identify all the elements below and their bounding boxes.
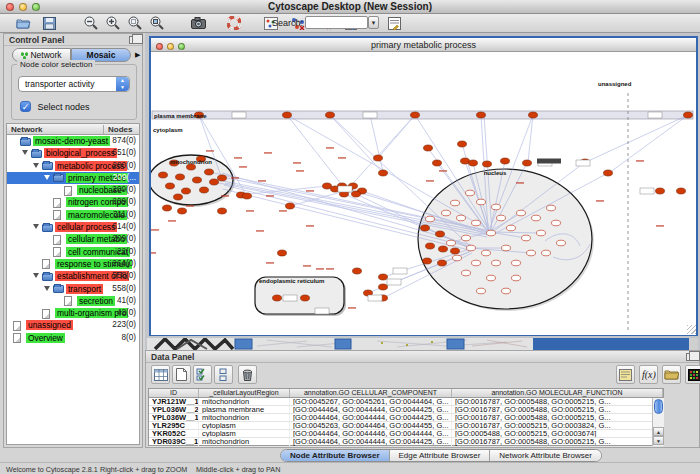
select-attributes-button[interactable]	[193, 365, 212, 384]
gene-node-unselected[interactable]	[453, 255, 462, 261]
gene-node[interactable]	[483, 161, 492, 167]
scrollbar-thumb[interactable]	[654, 399, 663, 414]
attribute-table-header[interactable]: ID_cellularLayoutRegionannotation.GO CEL…	[149, 389, 663, 398]
gene-node[interactable]	[379, 170, 388, 176]
expander-icon[interactable]	[33, 224, 39, 229]
configure-search-button[interactable]	[385, 15, 403, 31]
gene-node-unselected[interactable]	[457, 215, 466, 221]
gene-node-unselected[interactable]	[472, 220, 481, 226]
gene-node[interactable]	[656, 188, 665, 194]
gene-node[interactable]	[438, 260, 447, 266]
tree-row-cell-communicat[interactable]: cell communicat22(0)	[7, 246, 139, 258]
gene-node[interactable]	[243, 193, 252, 199]
gene-node[interactable]	[159, 172, 168, 178]
new-attribute-button[interactable]	[172, 365, 191, 384]
function-builder-button[interactable]: f(x)	[639, 365, 658, 384]
gene-node-unselected[interactable]	[487, 275, 496, 281]
table-row[interactable]: YKR052Ccytoplasm[GO:0044464, GO:0044446,…	[149, 430, 663, 438]
tree-row-cellular-metabo[interactable]: cellular metabo209(0)	[7, 233, 139, 245]
gene-node[interactable]	[477, 112, 486, 118]
search-dropdown-arrow[interactable]: ▼	[368, 16, 379, 29]
gene-node[interactable]	[423, 258, 432, 264]
gene-node-unselected[interactable]	[512, 275, 521, 281]
gene-node[interactable]	[176, 174, 185, 180]
gene-node[interactable]	[163, 205, 172, 211]
gene-node[interactable]	[283, 112, 292, 118]
gene-node[interactable]	[353, 268, 362, 274]
column-header-0[interactable]: ID	[149, 389, 199, 397]
zoom-selected-button[interactable]	[126, 15, 144, 31]
tree-row-multi-organism-pro[interactable]: multi-organism pro42(0)	[7, 307, 139, 319]
gene-node-unselected[interactable]	[482, 250, 491, 256]
gene-node-unselected[interactable]	[547, 205, 556, 211]
table-row[interactable]: YJR121W__1mitochondrion[GO:0045267, GO:0…	[149, 398, 663, 406]
gene-node-unselected[interactable]	[487, 230, 496, 236]
gene-node[interactable]	[166, 183, 175, 189]
zoom-out-button[interactable]	[82, 15, 100, 31]
gene-node[interactable]	[352, 191, 361, 197]
gene-node-unselected[interactable]	[477, 288, 486, 294]
label-attribute-button[interactable]	[616, 365, 635, 384]
snapshot-button[interactable]	[189, 15, 207, 31]
gene-node[interactable]	[433, 160, 442, 166]
table-row[interactable]: YPL036W__1mitochondrion[GO:0044464, GO:0…	[149, 414, 663, 422]
tree-row-nitrogen-compo[interactable]: nitrogen compo209(0)	[7, 196, 139, 208]
tree-row-transport[interactable]: transport558(0)	[7, 283, 139, 295]
import-attributes-button[interactable]	[662, 365, 681, 384]
float-panel-icon[interactable]	[129, 36, 138, 44]
gene-node[interactable]	[286, 203, 295, 209]
attribute-matrix-button[interactable]	[151, 365, 170, 384]
gene-node[interactable]	[684, 112, 693, 118]
gene-node[interactable]	[218, 175, 227, 181]
resize-grip[interactable]	[687, 325, 696, 334]
float-data-panel-icon[interactable]	[686, 353, 695, 361]
gene-node-unselected[interactable]	[527, 250, 536, 256]
select-nodes-checkbox[interactable]: ✓	[20, 101, 31, 112]
more-tabs-arrow-icon[interactable]: ▶	[135, 51, 140, 59]
gene-node-unselected[interactable]	[466, 190, 475, 196]
gene-node[interactable]	[529, 112, 538, 118]
scroll-down-button[interactable]: ▼	[653, 436, 664, 445]
gene-node-unselected[interactable]	[532, 215, 541, 221]
gene-node-unselected[interactable]	[517, 210, 526, 216]
gene-node-unselected[interactable]	[467, 245, 476, 251]
expander-icon[interactable]	[22, 150, 28, 155]
attribute-matrix-view-button[interactable]	[685, 365, 700, 384]
gene-node-unselected[interactable]	[451, 200, 460, 206]
help-button[interactable]	[225, 15, 243, 31]
gene-node[interactable]	[451, 248, 460, 254]
scroll-up-button[interactable]: ▲	[653, 427, 664, 436]
table-row[interactable]: YDR039C__1mitochondrion[GO:0044464, GO:0…	[149, 438, 663, 446]
gene-node[interactable]	[604, 170, 613, 176]
tree-row-unassigned[interactable]: unassigned223(0)	[7, 319, 139, 331]
node-color-dropdown[interactable]: transporter activity ▲▼	[18, 76, 130, 92]
gene-node-unselected[interactable]	[557, 240, 566, 246]
network-view-window[interactable]: primary metabolic process plasma membran…	[149, 36, 698, 336]
gene-node[interactable]	[469, 160, 478, 166]
gene-node-unselected[interactable]	[497, 215, 506, 221]
gene-node-unselected[interactable]	[512, 260, 521, 266]
gene-node[interactable]	[210, 179, 219, 185]
gene-node-unselected[interactable]	[492, 204, 501, 210]
tree-row-secretion[interactable]: secretion41(0)	[7, 295, 139, 307]
gene-node[interactable]	[174, 194, 183, 200]
unselect-attributes-button[interactable]	[214, 365, 233, 384]
gene-node[interactable]	[426, 243, 435, 249]
tree-row-mosaic-demo-yeast[interactable]: mosaic-demo-yeast874(0)	[7, 135, 139, 147]
expander-icon[interactable]	[44, 286, 50, 291]
gene-node[interactable]	[193, 177, 202, 183]
column-header-2[interactable]: annotation.GO CELLULAR_COMPONENT	[290, 389, 452, 397]
gene-node-unselected[interactable]	[472, 260, 481, 266]
gene-node-unselected[interactable]	[522, 235, 531, 241]
gene-node-unselected[interactable]	[537, 230, 546, 236]
zoom-in-button[interactable]	[104, 15, 122, 31]
gene-node[interactable]	[436, 231, 445, 237]
expander-icon[interactable]	[44, 175, 50, 180]
gene-node-unselected[interactable]	[502, 245, 511, 251]
gene-node-unselected[interactable]	[502, 288, 511, 294]
tab-node-attribute-browser[interactable]: Node Attribute Browser	[281, 450, 390, 461]
zoom-fit-button[interactable]	[148, 15, 166, 31]
gene-node[interactable]	[379, 274, 388, 280]
delete-attribute-button[interactable]	[238, 365, 257, 384]
expander-icon[interactable]	[33, 163, 39, 168]
